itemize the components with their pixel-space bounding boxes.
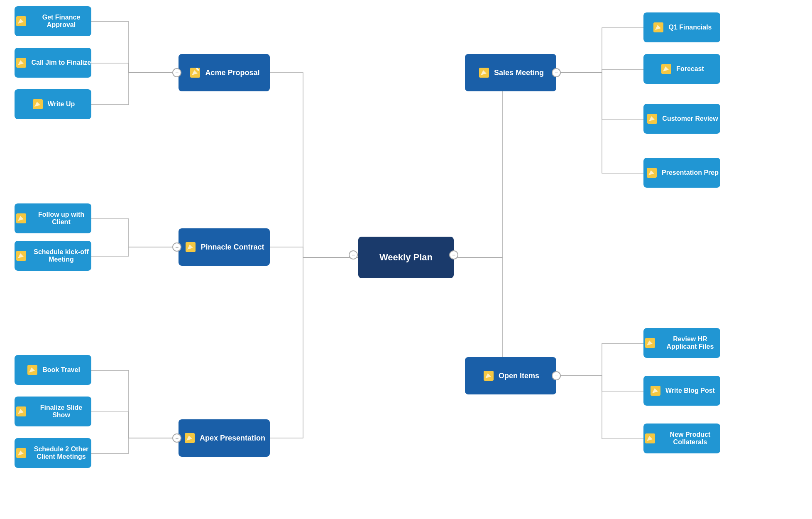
collapse-center-left[interactable]: − bbox=[349, 250, 358, 260]
center-node[interactable]: Weekly Plan bbox=[358, 237, 454, 278]
collapse-pinnacle[interactable]: − bbox=[172, 242, 181, 252]
node-presentation-prep[interactable]: Presentation Prep bbox=[643, 158, 720, 188]
node-finalize-slide[interactable]: Finalize Slide Show bbox=[15, 397, 91, 426]
edit-icon-so bbox=[15, 446, 28, 460]
open-items-label: Open Items bbox=[499, 372, 539, 380]
edit-icon-oi bbox=[482, 369, 495, 382]
center-label: Weekly Plan bbox=[379, 252, 433, 263]
finalize-slide-label: Finalize Slide Show bbox=[31, 404, 91, 419]
mindmap-container: Weekly Plan − − Acme Proposal − Get Fina… bbox=[0, 0, 812, 519]
edit-icon-rh bbox=[643, 336, 657, 350]
schedule-kickoff-label: Schedule kick-off Meeting bbox=[31, 248, 91, 263]
acme-proposal-label: Acme Proposal bbox=[205, 69, 259, 77]
edit-icon-fc bbox=[660, 62, 673, 76]
edit-icon-fu bbox=[15, 212, 28, 225]
customer-review-label: Customer Review bbox=[662, 115, 718, 122]
apex-label: Apex Presentation bbox=[200, 434, 265, 443]
node-follow-up[interactable]: Follow up with Client bbox=[15, 203, 91, 233]
edit-icon-np bbox=[643, 432, 657, 445]
get-finance-label: Get Finance Approval bbox=[31, 14, 91, 29]
collapse-open-items[interactable]: − bbox=[552, 371, 561, 380]
node-pinnacle-contract[interactable]: Pinnacle Contract bbox=[179, 228, 270, 266]
edit-icon-sk bbox=[15, 249, 28, 262]
node-book-travel[interactable]: Book Travel bbox=[15, 355, 91, 385]
collapse-sales[interactable]: − bbox=[552, 68, 561, 77]
q1-financials-label: Q1 Financials bbox=[668, 24, 712, 31]
node-q1-financials[interactable]: Q1 Financials bbox=[643, 12, 720, 42]
edit-icon-ap bbox=[183, 431, 196, 445]
schedule-other-label: Schedule 2 Other Client Meetings bbox=[31, 446, 91, 460]
edit-icon-cr bbox=[646, 112, 659, 125]
call-jim-label: Call Jim to Finalize bbox=[31, 59, 91, 66]
collapse-apex[interactable]: − bbox=[172, 433, 181, 443]
node-call-jim[interactable]: Call Jim to Finalize bbox=[15, 48, 91, 78]
edit-icon-cj bbox=[15, 56, 28, 69]
node-customer-review[interactable]: Customer Review bbox=[643, 104, 720, 134]
edit-icon-sm bbox=[477, 66, 491, 79]
node-schedule-kickoff[interactable]: Schedule kick-off Meeting bbox=[15, 241, 91, 271]
node-new-product[interactable]: New Product Collaterals bbox=[643, 424, 720, 453]
new-product-label: New Product Collaterals bbox=[660, 431, 720, 446]
edit-icon-wu bbox=[31, 98, 44, 111]
edit-icon-pp bbox=[645, 166, 658, 179]
edit-icon bbox=[188, 66, 202, 79]
collapse-center-right[interactable]: − bbox=[449, 250, 458, 260]
node-write-blog[interactable]: Write Blog Post bbox=[643, 376, 720, 406]
edit-icon-pc bbox=[184, 240, 197, 254]
edit-icon-gf bbox=[15, 15, 28, 28]
pinnacle-label: Pinnacle Contract bbox=[201, 243, 264, 252]
node-get-finance[interactable]: Get Finance Approval bbox=[15, 6, 91, 36]
node-forecast[interactable]: Forecast bbox=[643, 54, 720, 84]
node-write-up[interactable]: Write Up bbox=[15, 89, 91, 119]
node-sales-meeting[interactable]: Sales Meeting bbox=[465, 54, 556, 91]
edit-icon-bt bbox=[26, 363, 39, 377]
collapse-acme[interactable]: − bbox=[172, 68, 181, 77]
node-acme-proposal[interactable]: Acme Proposal bbox=[179, 54, 270, 91]
book-travel-label: Book Travel bbox=[42, 366, 80, 374]
edit-icon-q1 bbox=[652, 21, 665, 34]
node-schedule-other[interactable]: Schedule 2 Other Client Meetings bbox=[15, 438, 91, 468]
write-up-label: Write Up bbox=[48, 100, 75, 108]
edit-icon-wb bbox=[649, 384, 662, 397]
node-apex-presentation[interactable]: Apex Presentation bbox=[179, 419, 270, 457]
node-review-hr[interactable]: Review HR Applicant Files bbox=[643, 328, 720, 358]
presentation-prep-label: Presentation Prep bbox=[662, 169, 719, 176]
sales-meeting-label: Sales Meeting bbox=[494, 69, 544, 77]
edit-icon-fs bbox=[15, 405, 28, 418]
write-blog-label: Write Blog Post bbox=[665, 387, 715, 394]
forecast-label: Forecast bbox=[676, 65, 704, 73]
review-hr-label: Review HR Applicant Files bbox=[660, 335, 720, 350]
follow-up-label: Follow up with Client bbox=[31, 211, 91, 226]
node-open-items[interactable]: Open Items bbox=[465, 357, 556, 394]
